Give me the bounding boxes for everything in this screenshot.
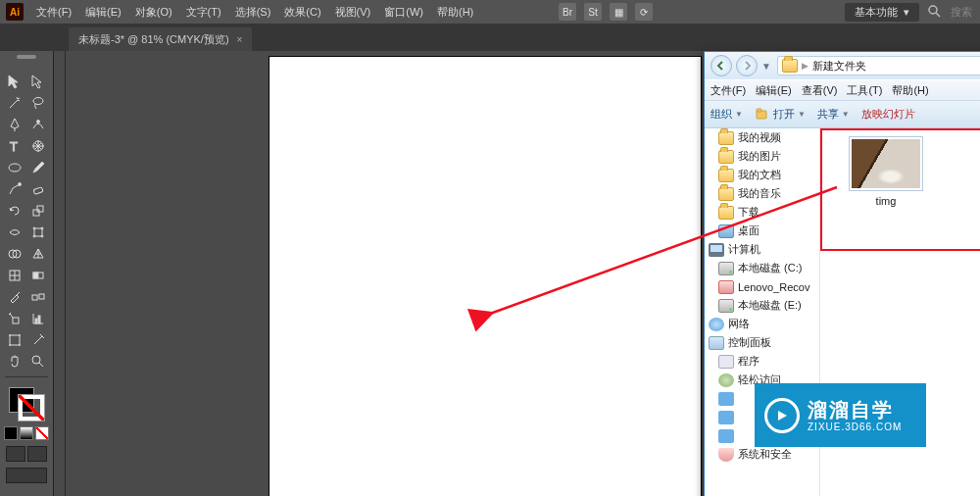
thumbnail-image-icon bbox=[852, 139, 920, 188]
eyedropper-tool[interactable] bbox=[3, 286, 26, 308]
eraser-tool[interactable] bbox=[26, 178, 50, 200]
color-normal-icon[interactable] bbox=[4, 426, 18, 440]
svg-text:T: T bbox=[10, 139, 18, 154]
shield-icon bbox=[718, 448, 734, 462]
search-icon[interactable] bbox=[927, 4, 943, 20]
mesh-tool[interactable] bbox=[3, 265, 26, 286]
magic-wand-tool[interactable] bbox=[3, 92, 26, 114]
collapsed-panel[interactable] bbox=[54, 51, 66, 496]
nav-forward-button[interactable] bbox=[736, 55, 758, 76]
lasso-tool[interactable] bbox=[26, 92, 50, 114]
paintbrush-tool[interactable] bbox=[26, 157, 50, 178]
svg-point-27 bbox=[32, 356, 40, 364]
svg-point-13 bbox=[41, 227, 43, 229]
type-tool[interactable]: T bbox=[3, 135, 26, 157]
color-gradient-icon[interactable] bbox=[20, 426, 33, 440]
selection-tool[interactable] bbox=[3, 71, 26, 92]
curvature-tool[interactable] bbox=[26, 114, 50, 135]
tree-drive-c[interactable]: 本地磁盘 (C:) bbox=[705, 259, 819, 277]
toolbar-share[interactable]: 共享▼ bbox=[817, 107, 850, 122]
menu-window[interactable]: 窗口(W) bbox=[377, 5, 430, 20]
gpu-icon[interactable]: ⟳ bbox=[635, 3, 653, 21]
menu-select[interactable]: 选择(S) bbox=[228, 5, 278, 20]
tree-drive-e[interactable]: 本地磁盘 (E:) bbox=[705, 296, 819, 315]
draw-behind-icon[interactable] bbox=[27, 446, 47, 462]
blend-tool[interactable] bbox=[26, 286, 50, 308]
hand-tool[interactable] bbox=[3, 351, 26, 372]
tree-computer[interactable]: 计算机 bbox=[705, 240, 819, 259]
toolbar-open[interactable]: 打开▼ bbox=[755, 107, 806, 123]
artboard-tool[interactable] bbox=[3, 329, 26, 351]
tree-my-videos[interactable]: 我的视频 bbox=[705, 128, 819, 147]
free-transform-tool[interactable] bbox=[26, 222, 50, 243]
exp-menu-edit[interactable]: 编辑(E) bbox=[756, 83, 792, 98]
file-item-timg[interactable]: timg bbox=[842, 136, 930, 207]
shape-builder-tool[interactable] bbox=[3, 243, 26, 265]
draw-normal-icon[interactable] bbox=[6, 446, 25, 462]
desktop-icon bbox=[718, 224, 734, 238]
workspace-dropdown[interactable]: 基本功能 ▾ bbox=[845, 3, 919, 22]
tree-desktop[interactable]: 桌面 bbox=[705, 222, 819, 240]
drive-icon bbox=[718, 262, 734, 275]
tab-close-icon[interactable]: × bbox=[237, 34, 243, 45]
tools-panel: T bbox=[0, 51, 54, 496]
menu-file[interactable]: 文件(F) bbox=[29, 5, 78, 20]
zoom-tool[interactable] bbox=[26, 351, 50, 372]
toolbar-organize[interactable]: 组织▼ bbox=[710, 107, 743, 122]
perspective-tool[interactable] bbox=[26, 243, 50, 265]
tree-control-panel[interactable]: 控制面板 bbox=[705, 333, 819, 352]
direct-selection-tool[interactable] bbox=[26, 71, 50, 92]
toolbar-slideshow[interactable]: 放映幻灯片 bbox=[861, 107, 915, 122]
menu-effect[interactable]: 效果(C) bbox=[277, 5, 327, 20]
tree-my-pictures[interactable]: 我的图片 bbox=[705, 147, 819, 166]
stroke-color-icon[interactable] bbox=[19, 395, 44, 421]
exp-menu-file[interactable]: 文件(F) bbox=[710, 83, 746, 98]
menu-object[interactable]: 对象(O) bbox=[128, 5, 179, 20]
graph-tool[interactable] bbox=[26, 308, 50, 329]
menu-edit[interactable]: 编辑(E) bbox=[78, 5, 128, 20]
color-none-icon[interactable] bbox=[35, 426, 49, 440]
watermark-title: 溜溜自学 bbox=[808, 398, 902, 422]
tree-network[interactable]: 网络 bbox=[705, 315, 819, 333]
bridge-icon[interactable]: Br bbox=[559, 3, 576, 21]
tree-downloads[interactable]: 下载 bbox=[705, 203, 819, 222]
tree-lenovo-recovery[interactable]: Lenovo_Recov bbox=[705, 277, 819, 296]
tree-my-documents[interactable]: 我的文档 bbox=[705, 166, 819, 184]
slice-tool[interactable] bbox=[26, 329, 50, 351]
line-tool[interactable] bbox=[26, 135, 50, 157]
stock-icon[interactable]: St bbox=[584, 3, 602, 21]
chevron-down-icon: ▾ bbox=[904, 6, 909, 19]
address-bar[interactable]: ▶ 新建文件夹 bbox=[777, 56, 980, 75]
scale-tool[interactable] bbox=[26, 200, 50, 222]
tools-grip-icon[interactable] bbox=[9, 55, 44, 67]
tool-separator bbox=[5, 376, 48, 377]
artboard[interactable] bbox=[270, 57, 701, 496]
tree-programs[interactable]: 程序 bbox=[705, 352, 819, 371]
menu-view[interactable]: 视图(V) bbox=[328, 5, 378, 20]
svg-rect-11 bbox=[34, 228, 42, 236]
nav-history-dropdown[interactable]: ▼ bbox=[761, 61, 773, 72]
menu-help[interactable]: 帮助(H) bbox=[430, 5, 480, 20]
exp-menu-help[interactable]: 帮助(H) bbox=[892, 83, 928, 98]
width-tool[interactable] bbox=[3, 222, 26, 243]
exp-menu-tools[interactable]: 工具(T) bbox=[847, 83, 882, 98]
path-segment[interactable]: 新建文件夹 bbox=[808, 59, 870, 74]
rectangle-tool[interactable] bbox=[3, 157, 26, 178]
svg-rect-20 bbox=[33, 273, 38, 278]
tree-my-music[interactable]: 我的音乐 bbox=[705, 184, 819, 203]
exp-menu-view[interactable]: 查看(V) bbox=[802, 83, 838, 98]
fill-stroke-swatch[interactable] bbox=[7, 385, 46, 422]
pen-tool[interactable] bbox=[3, 114, 26, 135]
document-tab[interactable]: 未标题-3* @ 81% (CMYK/预览) × bbox=[69, 27, 252, 51]
shaper-tool[interactable] bbox=[3, 178, 26, 200]
nav-back-button[interactable] bbox=[710, 55, 732, 76]
menu-type[interactable]: 文字(T) bbox=[179, 5, 228, 20]
rotate-tool[interactable] bbox=[3, 200, 26, 222]
screen-mode-button[interactable] bbox=[6, 468, 47, 483]
svg-point-7 bbox=[19, 183, 22, 186]
arrange-icon[interactable]: ▦ bbox=[610, 3, 627, 21]
gradient-tool[interactable] bbox=[26, 265, 50, 286]
toolbar-share-label: 共享 bbox=[817, 107, 839, 122]
tree-system-security[interactable]: 系统和安全 bbox=[705, 445, 819, 464]
symbol-sprayer-tool[interactable] bbox=[3, 308, 26, 329]
